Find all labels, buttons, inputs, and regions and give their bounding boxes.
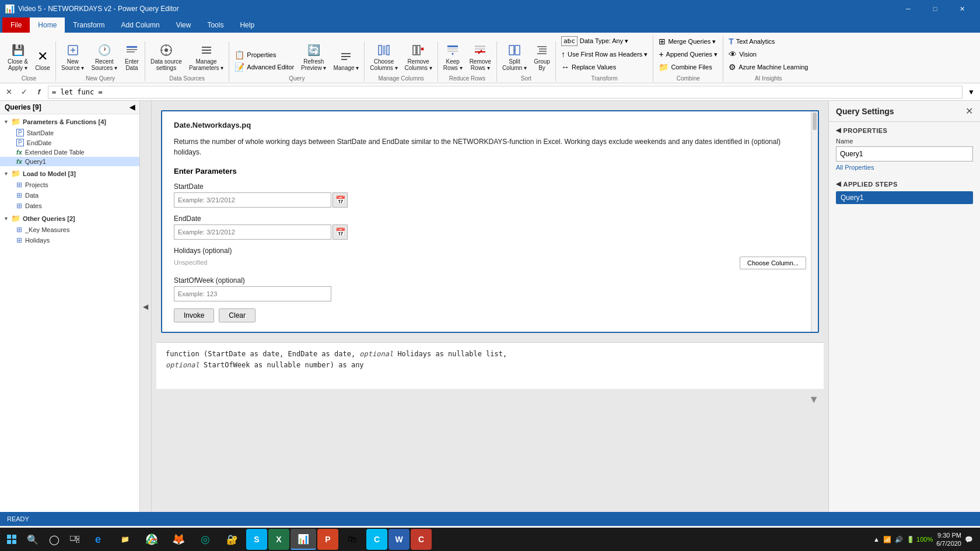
replace-values-btn[interactable]: ↔ Replace Values (558, 61, 619, 73)
close-apply-btn[interactable]: 💾 Close &Apply ▾ (5, 41, 31, 73)
enddate-label: EndDate (27, 139, 52, 146)
query-item-data[interactable]: ⊞ Data (0, 190, 139, 201)
choose-columns-btn[interactable]: ChooseColumns ▾ (367, 41, 400, 73)
choose-column-btn[interactable]: Choose Column... (740, 257, 806, 269)
new-source-btn[interactable]: NewSource ▾ (58, 41, 87, 73)
merge-queries-btn[interactable]: ⊞ Merge Queries ▾ (656, 36, 719, 47)
keep-rows-btn[interactable]: KeepRows ▾ (440, 41, 466, 73)
enter-data-btn[interactable]: EnterData (121, 41, 142, 73)
refresh-preview-btn[interactable]: 🔄 RefreshPreview ▾ (298, 41, 329, 73)
enddate-calendar-btn[interactable]: 📅 (332, 224, 348, 240)
group-by-btn[interactable]: GroupBy (531, 41, 553, 73)
split-column-btn[interactable]: SplitColumn ▾ (499, 41, 530, 73)
qs-name-input[interactable] (836, 146, 973, 162)
qs-title: Query Settings (836, 107, 894, 116)
query-item-projects[interactable]: ⊞ Projects (0, 180, 139, 190)
panel-collapse-btn[interactable]: ◀ (140, 101, 152, 512)
svg-rect-21 (413, 45, 416, 55)
azure-ml-btn[interactable]: ⚙ Azure Machine Learning (726, 61, 811, 73)
recent-sources-btn[interactable]: 🕐 RecentSources ▾ (88, 41, 120, 73)
vision-btn[interactable]: 👁 Vision (726, 48, 760, 60)
startdate-calendar-btn[interactable]: 📅 (332, 192, 348, 208)
ribbon-group-sort: SplitColumn ▾ GroupBy Sort (497, 41, 556, 82)
new-source-label: NewSource ▾ (61, 58, 84, 71)
tab-file[interactable]: File (2, 17, 30, 33)
query-item-key-measures[interactable]: ⊞ _Key Measures (0, 224, 139, 235)
ribbon-group-reduce-rows: KeepRows ▾ RemoveRows ▾ Reduce Rows (438, 41, 497, 82)
dates-icon: ⊞ (16, 202, 22, 210)
holidays-unspecified: Unspecified (174, 257, 207, 268)
applied-step-query1[interactable]: Query1 (836, 191, 973, 204)
enddate-param-input[interactable] (174, 224, 331, 240)
remove-rows-btn[interactable]: RemoveRows ▾ (467, 41, 494, 73)
tab-transform[interactable]: Transform (65, 17, 113, 33)
close-btn-ribbon[interactable]: ✕ Close (32, 48, 53, 73)
formula-expand-btn[interactable]: ▼ (965, 86, 978, 99)
qs-name-label: Name (836, 138, 973, 145)
qs-close-btn[interactable]: ✕ (965, 106, 973, 117)
content-scroll-down[interactable]: ▼ (808, 394, 819, 406)
manage-icon (339, 50, 353, 64)
query-item-holidays[interactable]: ⊞ Holidays (0, 235, 139, 245)
use-first-row-btn[interactable]: ↑ Use First Row as Headers ▾ (558, 48, 650, 60)
holidays-param-group: Holidays (optional) Unspecified Choose C… (174, 247, 806, 269)
query-group-other-header[interactable]: ▼ 📁 Other Queries [2] (0, 212, 139, 224)
combine-files-btn[interactable]: 📁 Combine Files (656, 61, 715, 73)
manage-params-btn[interactable]: ManageParameters ▾ (186, 41, 226, 73)
close-label: Close (35, 65, 50, 71)
enddate-param-group: EndDate 📅 (174, 215, 806, 240)
startofweek-param-input[interactable] (174, 286, 331, 301)
ribbon-group-close: 💾 Close &Apply ▾ ✕ Close Close (2, 41, 56, 82)
query-item-enddate[interactable]: P EndDate (0, 138, 139, 148)
formula-confirm-btn[interactable]: ✓ (18, 86, 30, 99)
query-group-params: ▼ 📁 Parameters & Functions [4] P StartDa… (0, 115, 139, 166)
formula-input[interactable] (48, 86, 963, 99)
query-item-dates[interactable]: ⊞ Dates (0, 201, 139, 211)
holidays-label: Holidays (25, 237, 50, 244)
query-item-startdate[interactable]: P StartDate (0, 128, 139, 138)
data-type-btn[interactable]: abc Data Type: Any ▾ (558, 35, 631, 47)
qs-all-properties-link[interactable]: All Properties (836, 164, 973, 171)
startdate-param-input[interactable] (174, 192, 331, 208)
text-analytics-btn[interactable]: T Text Analytics (726, 36, 778, 47)
formula-fx-btn[interactable]: f (33, 86, 46, 99)
remove-columns-btn[interactable]: RemoveColumns ▾ (402, 41, 435, 73)
query-item-query1[interactable]: fx Query1 (0, 157, 139, 166)
svg-rect-27 (447, 51, 458, 52)
query-panel-collapse[interactable]: ◀ (130, 103, 135, 111)
tab-home[interactable]: Home (30, 17, 65, 33)
svg-marker-28 (452, 53, 454, 55)
tab-view[interactable]: View (168, 17, 200, 33)
vision-icon: 👁 (729, 50, 737, 59)
projects-icon: ⊞ (16, 181, 22, 189)
query-settings-panel: Query Settings ✕ ◀ PROPERTIES Name All P… (828, 101, 980, 512)
tab-add-column[interactable]: Add Column (113, 17, 168, 33)
new-source-icon (66, 43, 80, 57)
formula-cancel-btn[interactable]: ✕ (2, 86, 15, 99)
merge-queries-icon: ⊞ (659, 37, 666, 46)
advanced-editor-btn[interactable]: 📝 Advanced Editor (232, 61, 297, 73)
data-type-icon: abc (561, 36, 578, 46)
qs-properties-section: ◀ PROPERTIES Name All Properties (829, 122, 980, 176)
transform-group-label: Transform (558, 74, 650, 82)
data-source-settings-btn[interactable]: Data sourcesettings (148, 41, 185, 73)
manage-btn[interactable]: Manage ▾ (330, 48, 362, 73)
text-analytics-label: Text Analytics (736, 38, 775, 45)
tab-tools[interactable]: Tools (199, 17, 232, 33)
remove-rows-icon (473, 43, 487, 57)
query-group-load-header[interactable]: ▼ 📁 Load to Model [3] (0, 167, 139, 180)
combine-group-label: Combine (656, 74, 720, 82)
query-group-params-header[interactable]: ▼ 📁 Parameters & Functions [4] (0, 115, 139, 128)
other-arrow: ▼ (4, 216, 9, 222)
query-item-extended-date[interactable]: fx Extended Date Table (0, 148, 139, 157)
properties-btn[interactable]: 📋 Properties (232, 49, 297, 61)
close-btn[interactable]: ✕ (949, 0, 975, 17)
invoke-btn[interactable]: Invoke (174, 308, 214, 322)
tab-help[interactable]: Help (232, 17, 262, 33)
append-queries-btn[interactable]: + Append Queries ▾ (656, 48, 720, 60)
clear-btn[interactable]: Clear (219, 308, 256, 322)
maximize-btn[interactable]: □ (922, 0, 949, 17)
manage-params-label: ManageParameters ▾ (189, 58, 223, 71)
minimize-btn[interactable]: ─ (895, 0, 922, 17)
other-group-icon: 📁 (11, 214, 20, 223)
